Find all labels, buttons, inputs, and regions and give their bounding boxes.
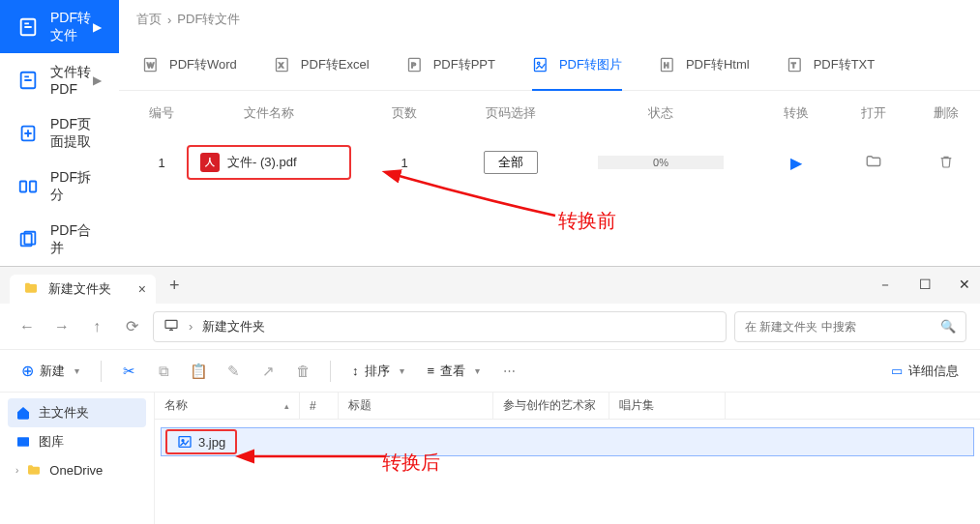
breadcrumb-sep: › [167,13,171,27]
file-columns-header: 名称▴ # 标题 参与创作的艺术家 唱片集 [155,393,980,420]
file-highlight-box: 3.jpg [165,429,237,454]
sidebar-item-pdf-to-file[interactable]: PDF转文件 ▶ [0,0,119,53]
breadcrumb-home[interactable]: 首页 [136,11,162,28]
convert-button[interactable]: ▶ [790,155,802,171]
copy-button[interactable]: ⧉ [150,363,177,380]
th-delete: 删除 [912,104,980,122]
svg-rect-3 [20,181,26,191]
row-delete [912,154,980,172]
sort-icon: ↕ [352,364,359,378]
excel-icon: X [274,55,293,74]
side-home[interactable]: 主文件夹 [8,398,146,427]
path-box[interactable]: › 新建文件夹 [153,311,727,342]
row-filename-cell: 人 文件- (3).pdf [187,145,351,180]
filename-highlight-box: 人 文件- (3).pdf [187,145,351,180]
pdf-file-icon [17,16,39,38]
row-num: 1 [119,156,187,170]
table-header: 编号 文件名称 页数 页码选择 状态 转换 打开 删除 [119,91,980,135]
sidebar-item-page-extract[interactable]: PDF页面提取 [0,106,119,160]
details-button[interactable]: ▭详细信息 [883,359,966,384]
page-select-button[interactable]: 全部 [484,151,538,174]
sidebar-item-label: 文件转PDF [50,64,93,97]
new-button[interactable]: ⊕新建▾ [14,358,87,384]
sidebar-item-split[interactable]: PDF拆分 [0,160,119,213]
refresh-button[interactable]: ⟳ [118,317,145,335]
filename-text: 文件- (3).pdf [227,154,297,171]
forward-button[interactable]: → [48,318,75,335]
row-status: 0% [564,156,757,169]
tab-pdf-to-txt[interactable]: TPDF转TXT [787,39,876,90]
sidebar-item-label: PDF转文件 [50,10,93,44]
tab-label: PDF转TXT [814,56,876,73]
pdf-icon: 人 [200,153,220,172]
col-album[interactable]: 唱片集 [609,393,726,419]
view-button[interactable]: ≡查看▾ [420,359,489,384]
up-button[interactable]: ↑ [83,318,110,335]
col-title[interactable]: 标题 [339,393,493,419]
path-sep: › [189,319,193,334]
split-icon [17,176,39,197]
more-button[interactable]: ⋯ [495,364,523,378]
search-icon: 🔍 [940,319,956,334]
svg-rect-20 [17,437,29,446]
search-box[interactable]: 🔍 [734,311,966,342]
address-bar: ← → ↑ ⟳ › 新建文件夹 🔍 [0,304,980,350]
expand-icon: › [15,465,18,476]
merge-icon [17,229,39,250]
tab-pdf-to-ppt[interactable]: PPDF转PPT [406,39,495,90]
tab-pdf-to-image[interactable]: PDF转图片 [532,39,622,90]
delete-button[interactable] [938,156,954,172]
tab-close-button[interactable]: × [138,281,146,297]
row-open [835,153,912,173]
row-convert: ▶ [757,154,835,172]
sidebar-item-label: PDF页面提取 [50,116,102,151]
side-label: OneDrive [49,463,103,478]
maximize-button[interactable]: ☐ [919,277,932,294]
side-onedrive[interactable]: ›OneDrive [8,456,146,483]
svg-point-22 [182,440,184,442]
row-pages: 1 [351,156,458,170]
new-tab-button[interactable]: + [169,276,180,296]
gallery-icon [15,434,31,450]
tab-pdf-to-html[interactable]: HPDF转Html [659,39,750,90]
side-gallery[interactable]: 图库 [8,427,146,456]
sort-button[interactable]: ↕排序▾ [344,359,412,384]
onedrive-icon [26,462,42,478]
sidebar-item-file-to-pdf[interactable]: 文件转PDF ▶ [0,53,119,106]
col-num[interactable]: # [300,393,339,419]
svg-text:P: P [411,61,416,70]
back-button[interactable]: ← [14,318,41,335]
search-input[interactable] [745,320,933,334]
explorer-tab[interactable]: 新建文件夹 × [10,275,156,304]
file-row[interactable]: 3.jpg [161,427,974,456]
tab-label: PDF转PPT [433,56,495,73]
sort-asc-icon: ▴ [284,401,289,411]
main-area: 首页 › PDF转文件 WPDF转Word XPDF转Excel PPDF转PP… [119,0,980,266]
delete-toolbar-button[interactable]: 🗑 [289,363,316,379]
cut-button[interactable]: ✂ [115,363,142,380]
sidebar-item-merge[interactable]: PDF合并 [0,213,119,266]
tab-pdf-to-word[interactable]: WPDF转Word [142,39,237,90]
folder-icon [23,280,39,299]
paste-button[interactable]: 📋 [185,363,212,380]
chevron-down-icon: ▾ [475,365,480,376]
monitor-icon [163,317,179,335]
details-label: 详细信息 [908,363,959,380]
sidebar-item-label: PDF合并 [50,222,102,257]
rename-button[interactable]: ✎ [220,363,247,380]
breadcrumb-current: PDF转文件 [177,11,240,28]
tab-pdf-to-excel[interactable]: XPDF转Excel [274,39,370,90]
chevron-right-icon: ▶ [93,20,102,34]
file-pdf-icon [17,70,39,91]
chevron-down-icon: ▾ [74,365,79,376]
view-icon: ≡ [428,364,435,378]
share-button[interactable]: ↗ [254,363,282,380]
window-buttons: － ☐ ✕ [878,277,970,294]
minimize-button[interactable]: － [878,277,892,294]
close-button[interactable]: ✕ [959,277,970,294]
tab-label: PDF转Excel [301,56,370,73]
explorer-main: 名称▴ # 标题 参与创作的艺术家 唱片集 3.jpg [155,393,980,524]
open-folder-button[interactable] [865,157,882,173]
col-name[interactable]: 名称▴ [155,393,300,419]
col-artist[interactable]: 参与创作的艺术家 [493,393,609,419]
